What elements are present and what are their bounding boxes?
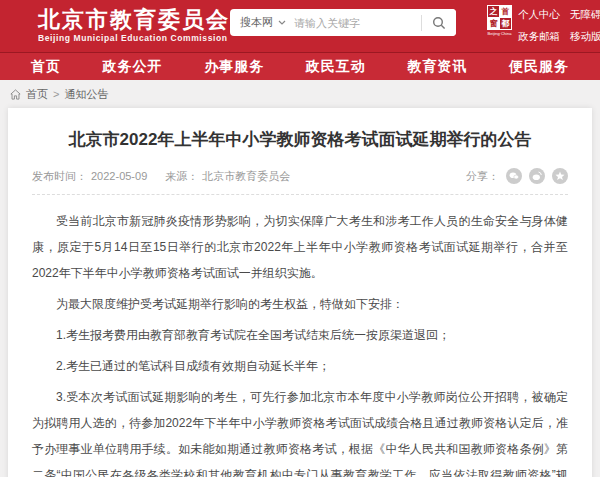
seal-char: 窗 — [488, 18, 499, 29]
article-meta-row: 发布时间： 2022-05-09 来源： 北京市教育委员会 分享： — [26, 168, 574, 184]
article-list-item: 1.考生报考费用由教育部教育考试院在全国考试结束后统一按原渠道退回； — [32, 322, 568, 348]
share-qzone-icon[interactable] — [552, 168, 568, 184]
seal-char: 之 — [488, 6, 499, 17]
source-label: 来源： — [165, 169, 198, 184]
share-wechat-icon[interactable] — [506, 168, 522, 184]
main-nav: 首页 政务公开 办事服务 政民互动 教育资讯 便民服务 — [0, 52, 600, 80]
seal-caption: Beijing·China — [487, 31, 512, 36]
breadcrumb: 首页 > 通知公告 — [0, 80, 600, 108]
site-logo[interactable]: 北京市教育委员会 Beijing Municipal Education Com… — [38, 8, 230, 44]
nav-item-home[interactable]: 首页 — [31, 58, 61, 76]
share-area: 分享： — [466, 168, 568, 184]
share-label: 分享： — [466, 169, 499, 184]
search-input[interactable] — [294, 17, 421, 29]
article-paragraph: 为最大限度维护受考试延期举行影响的考生权益，特做如下安排： — [32, 291, 568, 317]
site-logo-subtitle: Beijing Municipal Education Commission — [38, 32, 230, 44]
nav-item-convenience[interactable]: 便民服务 — [509, 58, 569, 76]
share-weibo-icon[interactable] — [529, 168, 545, 184]
breadcrumb-home-link[interactable]: 首页 — [26, 87, 48, 102]
search-box: 搜本网 — [230, 9, 456, 36]
search-scope-label: 搜本网 — [240, 15, 273, 30]
article-meta: 发布时间： 2022-05-09 来源： 北京市教育委员会 — [32, 169, 290, 184]
breadcrumb-current: 通知公告 — [64, 87, 108, 102]
quick-links: 个人中心 无障碍 政务邮箱 移动版 — [518, 8, 596, 44]
article-paragraph: 受当前北京市新冠肺炎疫情形势影响，为切实保障广大考生和涉考工作人员的生命安全与身… — [32, 208, 568, 286]
source-value: 北京市教育委员会 — [202, 169, 290, 184]
search-button[interactable] — [422, 9, 456, 36]
publish-time-label: 发布时间： — [32, 169, 87, 184]
site-header: 北京市教育委员会 Beijing Municipal Education Com… — [0, 0, 600, 52]
nav-item-edu-news[interactable]: 教育资讯 — [407, 58, 467, 76]
seal-char: 都 — [500, 18, 511, 29]
nav-item-gov-info[interactable]: 政务公开 — [102, 58, 162, 76]
link-personal-center[interactable]: 个人中心 — [518, 8, 560, 22]
nav-item-interaction[interactable]: 政民互动 — [306, 58, 366, 76]
nav-item-services[interactable]: 办事服务 — [204, 58, 264, 76]
article-list-item: 3.受本次考试面试延期影响的考生，可先行参加北京市本年度中小学教师岗位公开招聘，… — [32, 384, 568, 477]
article-body: 受当前北京市新冠肺炎疫情形势影响，为切实保障广大考生和涉考工作人员的生命安全与身… — [26, 195, 574, 477]
article-card: 北京市2022年上半年中小学教师资格考试面试延期举行的公告 发布时间： 2022… — [8, 108, 592, 477]
article-list-item: 2.考生已通过的笔试科目成绩有效期自动延长半年； — [32, 353, 568, 379]
capital-window-seal-logo[interactable]: 之 首 窗 都 Beijing·China — [487, 5, 512, 36]
link-gov-mailbox[interactable]: 政务邮箱 — [518, 30, 560, 44]
publish-time-value: 2022-05-09 — [91, 170, 147, 182]
breadcrumb-separator: > — [53, 88, 59, 100]
link-mobile-version[interactable]: 移动版 — [570, 30, 600, 44]
article-title: 北京市2022年上半年中小学教师资格考试面试延期举行的公告 — [26, 122, 574, 152]
chevron-down-icon — [278, 20, 286, 25]
seal-char: 首 — [500, 6, 511, 17]
seal-grid: 之 首 窗 都 — [487, 5, 512, 30]
search-scope-selector[interactable]: 搜本网 — [230, 15, 294, 30]
link-accessibility[interactable]: 无障碍 — [570, 8, 600, 22]
home-icon — [10, 89, 21, 100]
search-icon — [432, 16, 446, 30]
site-logo-title: 北京市教育委员会 — [38, 8, 230, 32]
